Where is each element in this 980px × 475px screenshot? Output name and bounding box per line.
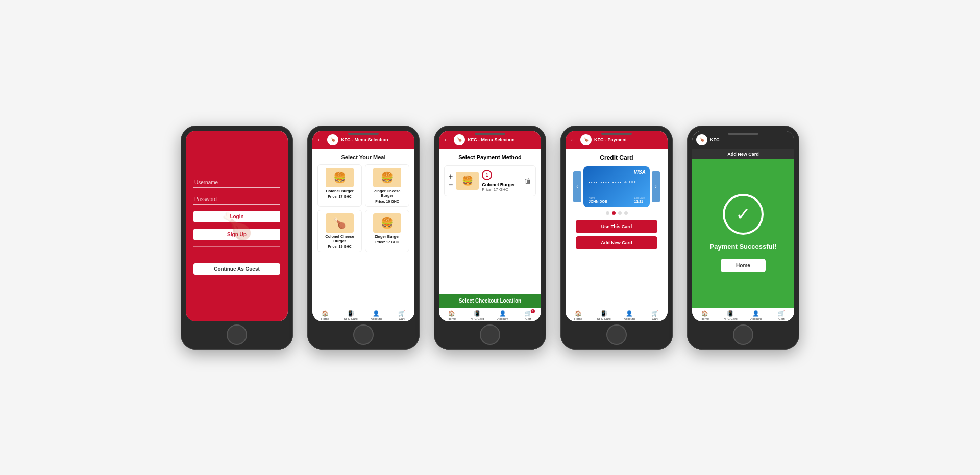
- nav-nfc-3[interactable]: 📳 NFC Card: [464, 310, 490, 320]
- menu-item-price-1: Price: 19 GHC: [375, 199, 399, 203]
- exp-value: 11/21: [634, 199, 645, 203]
- add-new-card-button[interactable]: Add New Card: [576, 236, 657, 249]
- account-icon-3: 👤: [499, 310, 506, 317]
- cart-icon-5: 🛒: [778, 310, 785, 317]
- prev-card-button[interactable]: ‹: [573, 171, 581, 202]
- next-card-button[interactable]: ›: [652, 171, 660, 202]
- nav-label-cart-5: Cart: [778, 317, 784, 320]
- nav-label-home-2: Home: [321, 317, 329, 320]
- nav-label-nfc-5: NFC Card: [723, 317, 737, 320]
- payment-method-content: Select Payment Method + − 🍔 1 Colonel Bu…: [439, 149, 541, 294]
- payment-method-header: ← 🍗 KFC - Menu Selection: [439, 131, 541, 149]
- menu-item-0[interactable]: 🍔 Colonel Burger Price: 17 GHC: [317, 164, 362, 207]
- nav-home-3[interactable]: 🏠 Home: [439, 310, 464, 320]
- back-arrow-icon-3[interactable]: ←: [443, 136, 450, 144]
- screen-credit-card: ← 🍗 KFC - Payment Credit Card ‹ VISA •••…: [566, 131, 668, 321]
- dot-1: [612, 211, 616, 215]
- back-arrow-icon[interactable]: ←: [316, 136, 324, 144]
- nav-label-home-5: Home: [701, 317, 709, 320]
- card-carousel: ‹ VISA •••• •••• •••• 4000 Name JOHN DOE…: [571, 166, 663, 207]
- nav-cart-3[interactable]: 🛒 1 Cart: [516, 310, 541, 320]
- nav-label-account-2: Account: [371, 317, 382, 320]
- guest-button[interactable]: Continue As Guest: [193, 263, 280, 275]
- dot-0: [606, 211, 609, 215]
- menu-item-price-3: Price: 17 GHC: [375, 240, 399, 244]
- menu-item-1[interactable]: 🍔 Zinger Cheese Burger Price: 19 GHC: [365, 164, 409, 207]
- nav-home-2[interactable]: 🏠 Home: [312, 310, 338, 320]
- menu-item-price-2: Price: 19 GHC: [328, 245, 352, 248]
- credit-card-display: VISA •••• •••• •••• 4000 Name JOHN DOE E…: [583, 166, 650, 207]
- nfc-icon-4: 📳: [600, 310, 607, 317]
- menu-header: ← 🍗 KFC - Menu Selection: [312, 131, 414, 149]
- menu-item-name-3: Zinger Burger: [375, 234, 400, 239]
- visa-logo: VISA: [634, 169, 646, 175]
- credit-card-bottom-nav: 🏠 Home 📳 NFC Card 👤 Account 🛒 Cart: [566, 308, 668, 321]
- nav-cart-5[interactable]: 🛒 Cart: [769, 310, 794, 320]
- menu-item-img-0: 🍔: [326, 168, 354, 187]
- nav-account-3[interactable]: 👤 Account: [490, 310, 516, 320]
- cart-item-price: Price: 17 GHC: [482, 187, 521, 192]
- menu-item-img-3: 🍔: [373, 213, 401, 233]
- nav-label-account-5: Account: [750, 317, 762, 320]
- nav-label-nfc-3: NFC Card: [470, 317, 484, 320]
- nav-account-4[interactable]: 👤 Account: [617, 310, 642, 320]
- account-icon: 👤: [373, 310, 380, 317]
- dot-2: [618, 211, 622, 215]
- checkout-location-banner[interactable]: Select Checkout Location: [439, 294, 541, 308]
- cart-item-card: + − 🍔 1 Colonel Burger Price: 17 GHC 🗑: [444, 165, 536, 196]
- nav-nfc-5[interactable]: 📳 NFC Card: [718, 310, 743, 320]
- nav-home-5[interactable]: 🏠 Home: [692, 310, 718, 320]
- phone-menu: ← 🍗 KFC - Menu Selection Select Your Mea…: [307, 126, 420, 350]
- home-button[interactable]: Home: [721, 259, 766, 272]
- nfc-icon-3: 📳: [474, 310, 481, 317]
- home-icon: 🏠: [322, 310, 329, 317]
- use-this-card-button[interactable]: Use This Card: [576, 220, 657, 233]
- qty-display: 1: [482, 170, 492, 180]
- nav-home-4[interactable]: 🏠 Home: [566, 310, 591, 320]
- username-input[interactable]: [193, 178, 280, 188]
- kfc-logo-5: 🍗: [696, 134, 707, 145]
- back-arrow-icon-4[interactable]: ←: [570, 136, 577, 144]
- password-input[interactable]: [193, 194, 280, 205]
- nav-label-cart-4: Cart: [652, 317, 657, 320]
- menu-bottom-nav: 🏠 Home 📳 NFC Card 👤 Account 🛒 Cart: [312, 308, 414, 321]
- delete-icon[interactable]: 🗑: [524, 177, 531, 185]
- nav-cart-2[interactable]: 🛒 Cart: [389, 310, 414, 320]
- nav-label-home-3: Home: [448, 317, 456, 320]
- name-label: Name: [589, 196, 607, 199]
- credit-card-content: Credit Card ‹ VISA •••• •••• •••• 4000 N…: [566, 149, 668, 308]
- success-content: ✓ Payment Successful! Home: [692, 159, 794, 308]
- phone-payment-method: ← 🍗 KFC - Menu Selection Select Payment …: [434, 126, 546, 350]
- dot-3: [624, 211, 628, 215]
- screen-login: 🍗 Login Sign Up Continue As Guest: [186, 131, 288, 321]
- qty-plus-icon[interactable]: +: [449, 173, 453, 180]
- exp-label: Exp Date: [634, 196, 645, 199]
- nav-nfc-4[interactable]: 📳 NFC Card: [591, 310, 617, 320]
- menu-item-name-0: Colonel Burger: [326, 189, 353, 193]
- nav-label-nfc-2: NFC Card: [344, 317, 357, 320]
- account-icon-4: 👤: [626, 310, 633, 317]
- menu-item-2[interactable]: 🍗 Colonel Cheese Burger Price: 19 GHC: [317, 210, 362, 252]
- menu-item-name-2: Colonel Cheese Burger: [321, 234, 358, 243]
- nav-label-nfc-4: NFC Card: [597, 317, 610, 320]
- screen-payment-method: ← 🍗 KFC - Menu Selection Select Payment …: [439, 131, 541, 321]
- phones-container: 🍗 Login Sign Up Continue As Guest ← 🍗 KF…: [160, 95, 820, 381]
- nav-account-2[interactable]: 👤 Account: [363, 310, 389, 320]
- qty-minus-icon[interactable]: −: [449, 181, 453, 188]
- nav-cart-4[interactable]: 🛒 Cart: [642, 310, 668, 320]
- card-number: •••• •••• •••• 4000: [589, 180, 645, 184]
- menu-item-name-1: Zinger Cheese Burger: [369, 189, 406, 198]
- home-icon-4: 🏠: [575, 310, 582, 317]
- signup-button[interactable]: Sign Up: [193, 229, 280, 240]
- success-header: 🍗 KFC: [692, 131, 794, 149]
- payment-method-header-title: KFC - Menu Selection: [468, 137, 537, 142]
- add-new-card-header: Add New Card: [692, 149, 794, 159]
- login-button[interactable]: Login: [193, 211, 280, 222]
- nav-nfc-2[interactable]: 📳 NFC Card: [338, 310, 363, 320]
- payment-success-text: Payment Successful!: [710, 243, 777, 251]
- nfc-icon-5: 📳: [727, 310, 734, 317]
- nav-account-5[interactable]: 👤 Account: [743, 310, 769, 320]
- nav-label-cart-2: Cart: [399, 317, 404, 320]
- menu-item-3[interactable]: 🍔 Zinger Burger Price: 17 GHC: [365, 210, 409, 252]
- nfc-icon: 📳: [347, 310, 354, 317]
